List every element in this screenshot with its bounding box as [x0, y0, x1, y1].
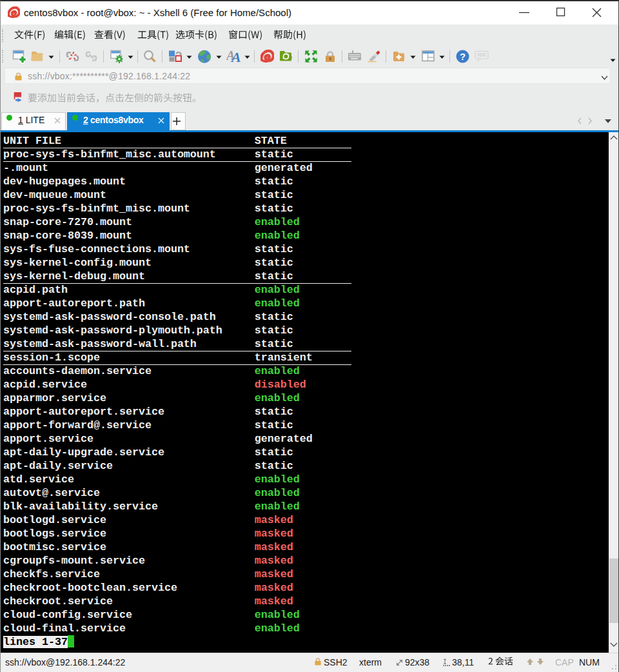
svg-text:?: ? — [460, 51, 466, 62]
svg-text:A: A — [230, 49, 241, 64]
